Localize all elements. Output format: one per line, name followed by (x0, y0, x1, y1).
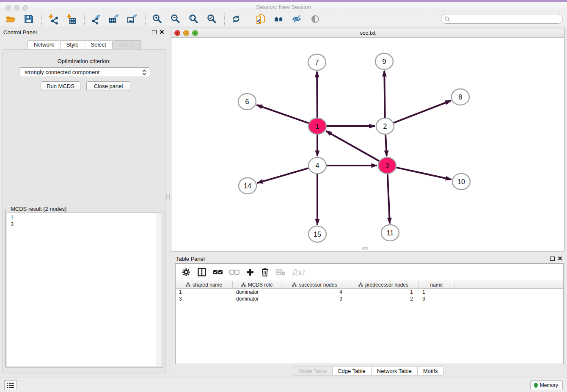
eye-slash-icon (292, 14, 303, 25)
graph-edge-2-9[interactable] (384, 71, 385, 118)
result-scrollbar[interactable] (157, 213, 162, 366)
main-toolbar (0, 12, 567, 26)
search-input[interactable] (450, 15, 562, 23)
table-cell[interactable]: 1 (348, 289, 419, 295)
tab-edge-table[interactable]: Edge Table (332, 367, 372, 375)
graph-node-label: 1 (316, 123, 319, 130)
mcds-result-textarea[interactable]: 13 (7, 213, 162, 366)
graph-node-8[interactable]: 8 (451, 89, 469, 105)
zoom-fit-button[interactable] (188, 14, 199, 25)
graph-node-label: 15 (314, 231, 321, 238)
tab-node-table[interactable]: Node Table (293, 367, 333, 375)
criterion-dropdown[interactable]: strongly connected component (19, 67, 150, 77)
graph-node-7[interactable]: 7 (308, 54, 326, 70)
column-header-predecessor-nodes[interactable]: predecessor nodes (348, 281, 419, 288)
graph-node-1[interactable]: 1 (308, 118, 326, 134)
result-line: 3 (11, 221, 162, 228)
graph-edge-2-3[interactable] (385, 135, 387, 156)
tab-select[interactable]: Select (85, 40, 113, 49)
graph-edge-3-1[interactable] (326, 131, 379, 161)
graph-edge-3-10[interactable] (396, 168, 451, 179)
memory-button[interactable]: Memory (530, 380, 563, 390)
graph-node-6[interactable]: 6 (238, 94, 256, 110)
tab-network[interactable]: Network (28, 40, 61, 49)
create-column-button[interactable] (246, 268, 254, 276)
close-panel-icon[interactable] (160, 30, 164, 34)
import-network-button[interactable] (48, 14, 59, 25)
task-history-button[interactable] (4, 380, 17, 390)
graph-node-10[interactable]: 10 (452, 174, 470, 190)
select-all-columns-button[interactable] (213, 269, 223, 275)
column-type-icon (358, 282, 363, 287)
graph-edge-1-7[interactable] (317, 72, 317, 118)
vertical-splitter-handle[interactable] (166, 194, 170, 199)
table-cell[interactable]: 3 (281, 295, 348, 302)
graph-node-11[interactable]: 11 (381, 225, 399, 241)
unselect-all-columns-button[interactable] (229, 269, 239, 275)
toolbar-separator (84, 13, 85, 25)
graph-node-9[interactable]: 9 (375, 53, 393, 69)
graph-node-2[interactable]: 2 (376, 118, 394, 134)
graph-edge-4-14[interactable] (257, 168, 308, 183)
graph-node-3[interactable]: 3 (378, 157, 396, 174)
table-cell[interactable]: 3 (419, 295, 454, 302)
graph-node-14[interactable]: 14 (239, 178, 256, 194)
apply-layout-button[interactable] (231, 14, 242, 25)
float-panel-icon[interactable] (550, 257, 555, 261)
table-cell[interactable]: 1 (419, 289, 454, 295)
graph-node-15[interactable]: 15 (308, 226, 326, 242)
column-header-MCDS-role[interactable]: MCDS role (233, 281, 281, 288)
table-settings-button[interactable] (182, 268, 191, 277)
close-panel-icon[interactable] (558, 256, 562, 261)
run-mcds-button[interactable]: Run MCDS (41, 81, 80, 91)
show-all-button[interactable] (310, 14, 321, 25)
delete-column-button[interactable] (261, 268, 269, 277)
show-column-panel-button[interactable] (197, 268, 206, 277)
graph-edge-2-8[interactable] (394, 101, 451, 123)
import-table-button[interactable] (66, 14, 77, 25)
table-cell[interactable]: 2 (348, 295, 419, 302)
open-session-button[interactable] (5, 14, 16, 25)
houses-icon (273, 14, 284, 25)
tab-style[interactable]: Style (60, 40, 85, 49)
save-session-button[interactable] (23, 14, 34, 25)
delete-table-button[interactable] (275, 268, 286, 276)
table-cell[interactable]: 3 (176, 295, 233, 302)
column-header-label: predecessor nodes (365, 282, 408, 288)
column-header-successor-nodes[interactable]: successor nodes (281, 281, 348, 288)
zoom-in-button[interactable] (151, 14, 162, 25)
graph-node-4[interactable]: 4 (308, 157, 326, 174)
export-table-button[interactable] (109, 14, 120, 25)
close-panel-button[interactable]: Close panel (86, 81, 130, 91)
export-image-button[interactable] (127, 14, 138, 25)
network-canvas[interactable]: 7968124314101511 (171, 38, 564, 251)
export-network-icon (91, 14, 102, 25)
zoom-out-button[interactable] (170, 14, 181, 25)
table-row[interactable]: 3dominator323 (176, 295, 563, 302)
column-header-name[interactable]: name (419, 281, 454, 288)
zoom-out-icon (170, 14, 181, 25)
table-cell[interactable]: 1 (176, 289, 233, 295)
zoom-selected-button[interactable] (206, 14, 217, 25)
graph-node-label: 14 (244, 182, 251, 190)
float-panel-icon[interactable] (152, 30, 157, 34)
horizontal-splitter-handle[interactable] (362, 247, 368, 250)
export-network-button[interactable] (91, 14, 102, 25)
table-cell[interactable]: 4 (281, 289, 348, 295)
clone-network-button[interactable] (255, 14, 266, 25)
tab-mcds[interactable]: MCDS (112, 40, 141, 49)
export-image-icon (127, 14, 138, 25)
column-header-shared-name[interactable]: shared name (176, 281, 233, 288)
hide-selected-button[interactable] (292, 14, 303, 25)
first-neighbors-button[interactable] (273, 14, 284, 25)
table-cell[interactable]: dominator (233, 295, 281, 302)
network-window-titlebar[interactable]: x − + scc.txt (171, 28, 564, 38)
tab-motifs[interactable]: Motifs (417, 367, 444, 375)
graph-edge-1-6[interactable] (256, 105, 308, 123)
tab-network-table[interactable]: Network Table (371, 367, 418, 375)
table-cell[interactable]: dominator (233, 289, 281, 295)
table-row[interactable]: 1dominator411 (176, 289, 563, 295)
function-builder-button[interactable]: f(x) (292, 268, 304, 276)
graph-edge-3-11[interactable] (388, 174, 390, 224)
zoom-in-icon (151, 14, 162, 25)
